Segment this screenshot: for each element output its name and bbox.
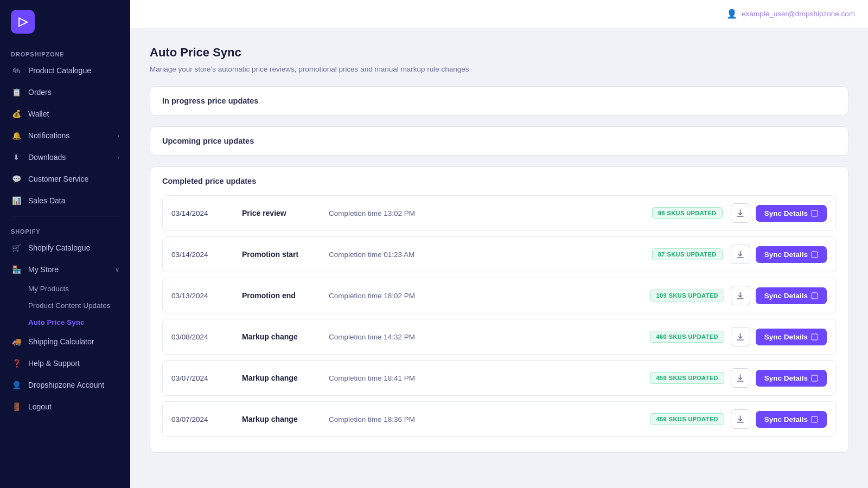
row-actions: Sync Details xyxy=(731,203,827,223)
download-button[interactable] xyxy=(731,368,750,388)
row-completion: Completion time 18:36 PM xyxy=(329,415,644,423)
sub-item-label: Product Content Updates xyxy=(28,301,111,310)
sidebar-sub-product-content-updates[interactable]: Product Content Updates xyxy=(0,297,130,314)
sidebar-item-my-store[interactable]: 🏪 My Store ∨ xyxy=(0,259,130,280)
sidebar-item-label: My Store xyxy=(28,265,59,274)
sidebar-item-label: Shipping Calculator xyxy=(28,337,94,346)
row-date: 03/07/2024 xyxy=(171,374,242,382)
sidebar-item-logout[interactable]: 🚪 Logout xyxy=(0,396,130,418)
completed-header[interactable]: Completed price updates xyxy=(150,167,848,195)
row-date: 03/07/2024 xyxy=(171,415,242,423)
completed-panel-body: 03/14/2024 Price review Completion time … xyxy=(150,195,848,452)
chevron-right-icon: › xyxy=(117,154,119,160)
shopify-catalogue-icon: 🛒 xyxy=(11,242,22,253)
row-actions: Sync Details xyxy=(731,409,827,429)
row-date: 03/14/2024 xyxy=(171,209,242,217)
sidebar-item-customer-service[interactable]: 💬 Customer Service xyxy=(0,168,130,190)
sync-details-label: Sync Details xyxy=(764,292,808,300)
price-row: 03/07/2024 Markup change Completion time… xyxy=(162,360,836,396)
row-type: Price review xyxy=(242,209,329,217)
page-subtitle: Manage your store's automatic price revi… xyxy=(150,65,848,73)
sidebar-item-product-catalogue[interactable]: 🛍 Product Catalogue xyxy=(0,60,130,81)
row-completion: Completion time 01:23 AM xyxy=(329,251,644,259)
download-button[interactable] xyxy=(731,203,750,223)
completed-label: Completed price updates xyxy=(162,177,256,185)
upcoming-header[interactable]: Upcoming price updates xyxy=(150,127,848,155)
sidebar-item-downloads[interactable]: ⬇ Downloads › xyxy=(0,146,130,168)
download-button[interactable] xyxy=(731,286,750,305)
row-badge: 87 SKUS UPDATED xyxy=(644,248,731,260)
sidebar-item-dropshipzone-account[interactable]: 👤 Dropshipzone Account xyxy=(0,374,130,396)
sub-item-label: My Products xyxy=(28,285,69,293)
sidebar-item-label: Shopify Catalogue xyxy=(28,243,90,252)
sidebar-divider xyxy=(11,216,119,216)
sub-item-label: Auto Price Sync xyxy=(28,318,85,326)
sync-details-label: Sync Details xyxy=(764,209,808,217)
sidebar-item-sales-data[interactable]: 📊 Sales Data xyxy=(0,190,130,211)
section-label-dropshipzone: DROPSHIPZONE xyxy=(0,43,130,60)
sidebar-sub-auto-price-sync[interactable]: Auto Price Sync xyxy=(0,314,130,331)
sidebar-item-label: Product Catalogue xyxy=(28,66,91,75)
row-completion: Completion time 13:02 PM xyxy=(329,209,644,217)
download-button[interactable] xyxy=(731,409,750,429)
user-email: example_user@dropshipzone.com xyxy=(742,10,855,18)
sync-details-button[interactable]: Sync Details xyxy=(756,329,827,345)
sync-details-label: Sync Details xyxy=(764,374,808,382)
row-date: 03/13/2024 xyxy=(171,292,242,300)
in-progress-panel: In progress price updates xyxy=(150,86,848,115)
row-badge: 98 SKUS UPDATED xyxy=(644,207,731,219)
row-badge: 459 SKUS UPDATED xyxy=(644,372,731,384)
upcoming-panel: Upcoming price updates xyxy=(150,126,848,156)
skus-badge: 459 SKUS UPDATED xyxy=(650,413,724,425)
row-completion: Completion time 14:32 PM xyxy=(329,333,644,341)
row-actions: Sync Details xyxy=(731,368,827,388)
upcoming-label: Upcoming price updates xyxy=(162,137,254,145)
in-progress-header[interactable]: In progress price updates xyxy=(150,87,848,115)
sync-details-button[interactable]: Sync Details xyxy=(756,205,827,222)
price-row: 03/14/2024 Price review Completion time … xyxy=(162,195,836,231)
sidebar-item-shipping-calculator[interactable]: 🚚 Shipping Calculator xyxy=(0,331,130,352)
sidebar-item-label: Dropshipzone Account xyxy=(28,381,104,389)
download-button[interactable] xyxy=(731,327,750,346)
sidebar-sub-my-products[interactable]: My Products xyxy=(0,280,130,297)
completed-panel: Completed price updates 03/14/2024 Price… xyxy=(150,166,848,453)
sidebar-item-label: Help & Support xyxy=(28,359,80,368)
topbar: 👤 example_user@dropshipzone.com xyxy=(130,0,868,28)
price-row: 03/14/2024 Promotion start Completion ti… xyxy=(162,236,836,272)
chevron-down-icon: ∨ xyxy=(115,266,119,273)
main-area: 👤 example_user@dropshipzone.com Auto Pri… xyxy=(130,0,868,488)
sidebar-item-shopify-catalogue[interactable]: 🛒 Shopify Catalogue xyxy=(0,237,130,259)
skus-badge: 98 SKUS UPDATED xyxy=(652,207,723,219)
svg-rect-4 xyxy=(812,375,818,381)
sidebar-item-label: Customer Service xyxy=(28,175,88,183)
sidebar-item-wallet[interactable]: 💰 Wallet xyxy=(0,103,130,125)
sync-details-label: Sync Details xyxy=(764,251,808,259)
sync-details-button[interactable]: Sync Details xyxy=(756,246,827,263)
row-actions: Sync Details xyxy=(731,286,827,305)
sidebar-item-help-support[interactable]: ❓ Help & Support xyxy=(0,352,130,374)
svg-rect-2 xyxy=(812,293,818,299)
sidebar: ▷ DROPSHIPZONE 🛍 Product Catalogue 📋 Ord… xyxy=(0,0,130,488)
row-completion: Completion time 18:02 PM xyxy=(329,292,644,300)
row-type: Markup change xyxy=(242,374,329,382)
skus-badge: 109 SKUS UPDATED xyxy=(650,290,724,301)
sidebar-item-orders[interactable]: 📋 Orders xyxy=(0,81,130,103)
row-badge: 460 SKUS UPDATED xyxy=(644,331,731,343)
page-title: Auto Price Sync xyxy=(150,46,848,60)
logout-icon: 🚪 xyxy=(11,401,22,412)
price-row: 03/07/2024 Markup change Completion time… xyxy=(162,401,836,437)
download-button[interactable] xyxy=(731,245,750,264)
my-store-icon: 🏪 xyxy=(11,264,22,275)
orders-icon: 📋 xyxy=(11,87,22,98)
sync-details-button[interactable]: Sync Details xyxy=(756,287,827,304)
svg-rect-1 xyxy=(812,252,818,258)
sidebar-item-notifications[interactable]: 🔔 Notifications › xyxy=(0,125,130,146)
row-type: Promotion start xyxy=(242,250,329,259)
sidebar-item-label: Orders xyxy=(28,88,52,97)
row-badge: 459 SKUS UPDATED xyxy=(644,413,731,425)
sync-details-button[interactable]: Sync Details xyxy=(756,411,827,428)
row-badge: 109 SKUS UPDATED xyxy=(644,290,731,301)
skus-badge: 87 SKUS UPDATED xyxy=(652,248,723,260)
sync-details-button[interactable]: Sync Details xyxy=(756,370,827,387)
catalogue-icon: 🛍 xyxy=(11,65,22,76)
